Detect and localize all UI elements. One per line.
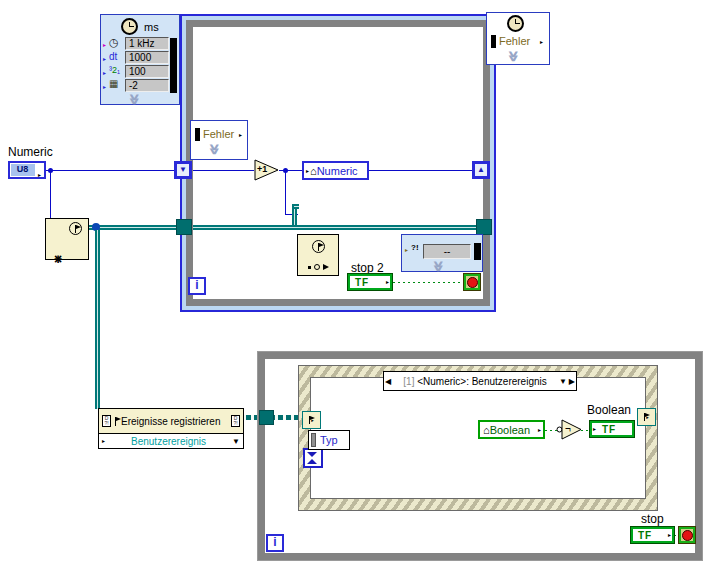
- stopwatch-icon: ◷: [109, 36, 119, 49]
- labview-block-diagram: ms ▸ ◷ 1 kHz ▸ dt 1000 ▸ ³2₁ 100 ▸ ▦ -2 …: [0, 0, 707, 566]
- collapse-chevron-icon[interactable]: ∨∨: [211, 145, 218, 153]
- generate-event-icon: [298, 264, 338, 270]
- output-arrow-icon: ▸: [239, 132, 242, 138]
- shift-register-left[interactable]: ▼: [174, 161, 192, 179]
- event-selector-label[interactable]: ◀ [1] <Numeric>: Benutzerereignis ▼ ▶: [383, 371, 577, 391]
- numeric-local-variable[interactable]: ▸ ⌂ Numeric: [302, 161, 369, 180]
- register-for-events-node[interactable]: D?! Ereignisse registrieren D?! ▸ Benutz…: [98, 408, 244, 449]
- input-arrow-icon: ▸: [103, 70, 106, 76]
- shift-register-down-icon: ▼: [177, 164, 189, 176]
- numeric-wire[interactable]: [46, 170, 176, 171]
- collapse-chevron-icon[interactable]: ∨∨: [510, 52, 517, 60]
- node-divider-bar: [474, 243, 481, 260]
- error-out-label: Fehler: [499, 35, 530, 47]
- stop-label: stop: [641, 512, 664, 526]
- case-dropdown-icon[interactable]: ▼: [559, 377, 567, 386]
- create-burst-icon: +×: [51, 252, 65, 266]
- output-arrow-icon: ▸: [538, 427, 541, 433]
- user-event-flag-icon: [312, 240, 325, 253]
- not-function[interactable]: ¬: [556, 419, 582, 440]
- event-flag-icon: [644, 413, 645, 421]
- timed-loop-output-node[interactable]: Fehler ▸ ∨∨: [486, 12, 550, 65]
- dynamic-event-terminal-left[interactable]: ▸: [302, 411, 321, 429]
- numeric-wire[interactable]: [50, 171, 51, 218]
- dt-field[interactable]: 1000: [125, 51, 169, 64]
- local-variable-label: Boolean: [490, 424, 530, 436]
- input-arrow-icon: ▸: [405, 247, 408, 253]
- output-arrow-icon: ▸: [386, 279, 389, 285]
- output-arrow-icon: ▸: [668, 532, 671, 538]
- increment-function[interactable]: +1: [254, 158, 280, 182]
- boolean-terminal-label: Boolean: [587, 403, 631, 417]
- boolean-terminal[interactable]: ▸ TF: [589, 420, 635, 438]
- timed-loop-iteration-terminal[interactable]: i: [188, 277, 206, 295]
- timed-loop-left-data-node[interactable]: Fehler ▸ ∨∨: [190, 120, 248, 160]
- while-loop-iteration-terminal[interactable]: i: [266, 534, 284, 552]
- data-node-bar: [311, 433, 316, 447]
- wakeup-reason-icon: ?!: [411, 243, 419, 252]
- timing-unit-label: ms: [144, 21, 159, 33]
- not-label: ¬: [565, 423, 571, 434]
- dt-label: dt: [109, 51, 117, 62]
- refnum-tunnel-left[interactable]: [176, 219, 192, 235]
- output-arrow-icon: ▸: [35, 163, 44, 177]
- refnum-page-icon: D?!: [102, 415, 111, 427]
- boolean-local-variable[interactable]: ⌂ Boolean ▸: [478, 420, 545, 439]
- local-variable-label: Numeric: [317, 165, 358, 177]
- output-arrow-icon: ▸: [540, 39, 543, 45]
- while-loop-stop-condition[interactable]: [678, 526, 696, 544]
- numeric-control-terminal[interactable]: U8 ▸: [8, 161, 46, 179]
- increment-label: +1: [257, 164, 267, 174]
- collapse-chevron-icon[interactable]: ∨∨: [131, 95, 138, 103]
- shift-register-up-icon: ▲: [475, 164, 487, 176]
- clock-icon: [507, 15, 524, 32]
- node-divider-bar: [195, 128, 200, 141]
- next-case-icon[interactable]: ▶: [569, 377, 575, 386]
- house-icon: ⌂: [483, 424, 490, 436]
- user-event-flag-icon: [69, 222, 82, 235]
- event-flag-icon: [309, 416, 310, 424]
- refnum-page-icon: D?!: [231, 415, 240, 427]
- priority-icon: ³2₁: [109, 65, 120, 75]
- timed-loop-stop-condition[interactable]: [463, 273, 481, 291]
- stop-terminal[interactable]: TF ▸: [630, 526, 675, 544]
- wakeup-reason-field[interactable]: --: [423, 244, 471, 259]
- datatype-label: U8: [10, 163, 35, 177]
- house-icon: ⌂: [310, 165, 317, 177]
- timed-loop-right-data-node[interactable]: ▸ ?! -- ∨∨: [401, 234, 483, 272]
- dropdown-arrow-icon[interactable]: ▼: [232, 437, 240, 446]
- generate-user-event-node[interactable]: [297, 234, 339, 276]
- node-divider-bar: [170, 38, 177, 93]
- user-event-refnum-wire[interactable]: [95, 230, 100, 409]
- dynamic-event-terminal-right[interactable]: ▸: [637, 408, 656, 426]
- input-arrow-icon: ▸: [306, 168, 309, 174]
- processor-icon: ▦: [109, 78, 118, 89]
- input-arrow-icon: ▸: [103, 56, 106, 62]
- event-data-node[interactable]: Typ: [308, 430, 350, 450]
- input-arrow-icon: ▸: [103, 42, 106, 48]
- timed-loop-input-node[interactable]: ms ▸ ◷ 1 kHz ▸ dt 1000 ▸ ³2₁ 100 ▸ ▦ -2 …: [100, 14, 180, 105]
- create-user-event-node[interactable]: +×: [45, 218, 89, 260]
- refnum-tunnel-right[interactable]: [476, 219, 492, 235]
- collapse-chevron-icon[interactable]: ∨∨: [435, 262, 442, 270]
- event-source-label: Benutzerereignis: [105, 436, 232, 447]
- register-events-title: Ereignisse registrieren: [121, 416, 221, 427]
- clock-icon: [121, 18, 138, 35]
- event-flag-icon: [115, 417, 116, 426]
- error-label: Fehler: [203, 128, 234, 140]
- node-divider-bar: [491, 35, 496, 48]
- stop2-terminal[interactable]: TF ▸: [347, 273, 393, 291]
- event-data-field-label: Typ: [320, 434, 338, 446]
- event-timeout-terminal[interactable]: [303, 448, 323, 468]
- input-arrow-icon: ▸: [593, 426, 596, 432]
- processor-field[interactable]: -2: [125, 79, 169, 92]
- shift-register-right[interactable]: ▲: [472, 161, 490, 179]
- input-arrow-icon: ▸: [103, 84, 106, 90]
- priority-field[interactable]: 100: [125, 65, 169, 78]
- registration-tunnel[interactable]: [259, 410, 274, 425]
- numeric-control-label: Numeric: [8, 145, 53, 159]
- source-field[interactable]: 1 kHz: [125, 37, 169, 50]
